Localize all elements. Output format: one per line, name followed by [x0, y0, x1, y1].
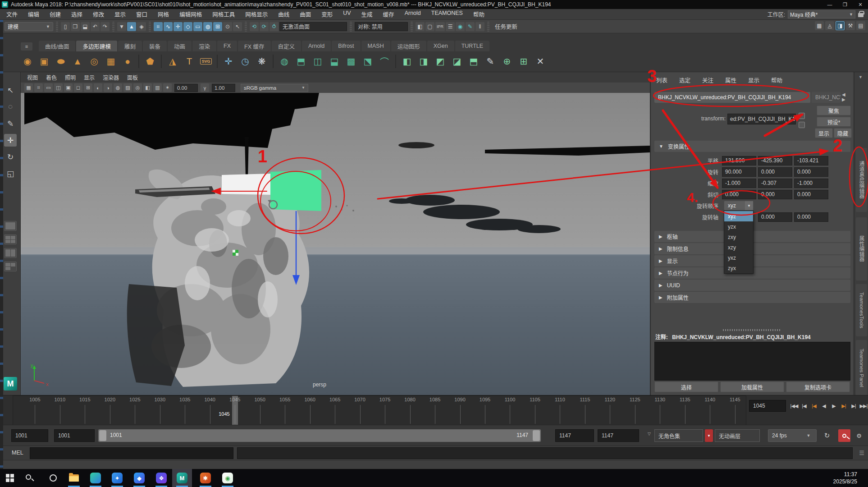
- menu-网格工具[interactable]: 网格工具: [212, 10, 235, 18]
- effects-tool-icon[interactable]: ❋: [254, 54, 270, 69]
- step-back-button[interactable]: |◀: [799, 399, 809, 413]
- pin-tab-icon[interactable]: [799, 113, 805, 119]
- snap-to-curve-icon[interactable]: ∿: [164, 22, 173, 31]
- snap-to-projected-center-icon[interactable]: ◇: [183, 22, 192, 31]
- make-live-icon[interactable]: ◍: [203, 22, 212, 31]
- section-transform-attributes[interactable]: ▼ 变换属性: [654, 141, 850, 152]
- snap-to-grid-icon[interactable]: ⌗: [154, 22, 163, 31]
- viewport-canvas[interactable]: y x persp: [21, 93, 650, 395]
- minimize-button[interactable]: —: [822, 2, 837, 8]
- menu-文件[interactable]: 文件: [6, 10, 18, 18]
- attr-menu-帮助[interactable]: 帮助: [771, 76, 782, 84]
- panel-menu-渲染器[interactable]: 渲染器: [103, 74, 119, 81]
- shelf-tab-装备[interactable]: 装备: [143, 41, 167, 51]
- combine-icon[interactable]: ◍: [277, 54, 292, 69]
- section-附加属性[interactable]: ▶附加属性: [654, 292, 850, 303]
- attr-menu-显示[interactable]: 显示: [748, 76, 759, 84]
- select-tool-icon[interactable]: ↖: [4, 84, 17, 96]
- app-blue-bolt-icon[interactable]: ◆: [129, 469, 149, 487]
- menu-UV[interactable]: UV: [343, 10, 351, 18]
- symmetry-mirror-icon[interactable]: ◪: [449, 54, 465, 69]
- notes-splitter-handle[interactable]: [723, 329, 781, 331]
- menu-Arnold[interactable]: Arnold: [405, 10, 421, 18]
- shelf-tab-雕刻[interactable]: 雕刻: [118, 41, 142, 51]
- reduce-icon[interactable]: ✕: [533, 54, 548, 69]
- focus-button[interactable]: 聚焦: [817, 106, 851, 115]
- taskbar-clock[interactable]: 11:37 2025/8/25: [833, 471, 857, 485]
- side-tab-属性编辑器[interactable]: 属性编辑器: [856, 217, 867, 280]
- app-blue-feather-icon[interactable]: ✦: [107, 469, 127, 487]
- poly-pyramid-icon[interactable]: ◮: [165, 54, 180, 69]
- redo-icon[interactable]: ↷: [101, 22, 110, 31]
- svg-tool-icon[interactable]: SVG: [198, 54, 214, 69]
- poly-cylinder-icon[interactable]: ⬬: [53, 54, 69, 69]
- prev-key-button[interactable]: |◀: [809, 399, 818, 413]
- side-tab-TeamonesTools[interactable]: TeamonesTools: [856, 284, 867, 336]
- side-tab-Teamones Panel[interactable]: Teamones Panel: [856, 340, 867, 396]
- viewport-panel[interactable]: 视图着色照明显示渲染器面板 ▦⌗▭◫▣◻⊞◐◑◍▨◎◧▥ ✶ 0.00 γ 1.…: [21, 72, 650, 395]
- xray-toggle-icon[interactable]: ◧: [143, 83, 152, 92]
- open-scene-icon[interactable]: ❒: [71, 22, 80, 31]
- lock-workspace-icon[interactable]: [858, 13, 863, 17]
- tab-scroll-arrows[interactable]: ◀ ▶: [842, 92, 853, 102]
- undo-icon[interactable]: ↶: [91, 22, 100, 31]
- character-set-dropdown[interactable]: 无角色集: [654, 429, 703, 442]
- active-surface-field[interactable]: 无激活曲面: [279, 22, 347, 31]
- ipr-render-icon[interactable]: IPR: [435, 22, 445, 31]
- poly-cone-icon[interactable]: ▲: [70, 54, 85, 69]
- notes-textarea[interactable]: [654, 342, 850, 381]
- lighting-toggle-icon[interactable]: ◐: [94, 83, 102, 92]
- menu-生成[interactable]: 生成: [361, 10, 373, 18]
- move-tool-icon[interactable]: ✛: [4, 134, 17, 147]
- attribute-tab-active[interactable]: BHKJ_NCVKLW_unreduced:PV_BH_CQJIJI_BH_K1…: [654, 92, 810, 103]
- menu-创建[interactable]: 创建: [50, 10, 61, 18]
- side-tab-通道盒/层编辑器[interactable]: 通道盒/层编辑器: [856, 148, 867, 212]
- panel-menu-显示[interactable]: 显示: [84, 74, 95, 81]
- evaluation-mode-icon[interactable]: ⥀: [270, 22, 279, 31]
- select-hierarchy-icon[interactable]: ▼: [117, 22, 126, 31]
- shelf-tab-Bifrost[interactable]: Bifrost: [332, 41, 360, 51]
- attr-value-field[interactable]: -0.307: [758, 179, 792, 188]
- menu-修改[interactable]: 修改: [93, 10, 104, 18]
- sculpt-tool-icon[interactable]: ✛: [221, 54, 236, 69]
- new-scene-icon[interactable]: ▯: [61, 22, 70, 31]
- gamma-field[interactable]: 1.00: [212, 84, 235, 92]
- app-indigo-icon[interactable]: ❖: [151, 469, 171, 487]
- animation-start-field[interactable]: 1001: [11, 429, 48, 442]
- go-to-start-button[interactable]: |◀◀: [790, 399, 799, 413]
- symmetry-field[interactable]: 对称: 禁用: [355, 22, 408, 31]
- shelf-tab-Arnold[interactable]: Arnold: [302, 41, 331, 51]
- panel-menu-着色[interactable]: 着色: [46, 74, 57, 81]
- show-button[interactable]: 显示: [815, 128, 833, 138]
- shelf-tab-自定义[interactable]: 自定义: [272, 41, 302, 51]
- rotate-order-option-yxz[interactable]: yxz: [724, 253, 753, 263]
- lasso-tool-icon[interactable]: ◌: [4, 101, 17, 113]
- single-pane-layout-button[interactable]: [4, 221, 17, 231]
- ao-toggle-icon[interactable]: ◍: [114, 83, 122, 92]
- start-button[interactable]: [0, 469, 20, 487]
- attr-value-field[interactable]: 0.000: [794, 167, 828, 177]
- tool-settings-toggle-icon[interactable]: ⚒: [846, 21, 855, 30]
- gate-mask-icon[interactable]: ▣: [64, 83, 73, 92]
- smooth-icon[interactable]: ▩: [343, 54, 359, 69]
- menu-窗口[interactable]: 窗口: [136, 10, 147, 18]
- save-scene-icon[interactable]: ⬓: [81, 22, 90, 31]
- command-input[interactable]: [30, 447, 233, 459]
- antialias-toggle-icon[interactable]: ▨: [123, 83, 132, 92]
- app-orange-icon[interactable]: ✱: [196, 469, 215, 487]
- time-tool-icon[interactable]: ◷: [238, 54, 253, 69]
- attr-value-field[interactable]: -103.421: [794, 156, 828, 165]
- transform-node-field[interactable]: ed:PV_BH_CQJIJI_BH_K194: [727, 114, 796, 124]
- rotate-axis-z-field[interactable]: 0.000: [794, 212, 828, 222]
- two-pane-layout-button[interactable]: [4, 248, 17, 258]
- menu-曲线[interactable]: 曲线: [278, 10, 289, 18]
- menu-编辑[interactable]: 编辑: [28, 10, 39, 18]
- menu-TEAMONES[interactable]: TEAMONES: [431, 10, 463, 18]
- footer-button-选择[interactable]: 选择: [654, 381, 718, 392]
- menu-编辑网格[interactable]: 编辑网格: [179, 10, 202, 18]
- attr-value-field[interactable]: 0.000: [758, 190, 792, 199]
- shadows-toggle-icon[interactable]: ◑: [104, 83, 112, 92]
- menu-set-dropdown[interactable]: 建模 ▼: [5, 22, 53, 31]
- menu-变形[interactable]: 变形: [321, 10, 333, 18]
- next-key-button[interactable]: ▶|: [839, 399, 848, 413]
